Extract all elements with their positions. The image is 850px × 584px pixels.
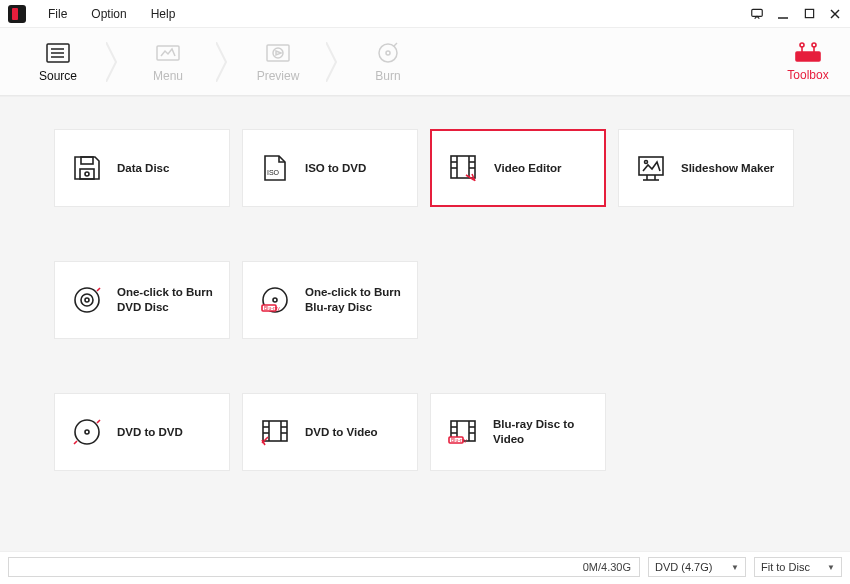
step-label: Menu [153,69,183,83]
card-label: Slideshow Maker [681,161,774,176]
svg-text:ISO: ISO [267,169,280,176]
video-editor-icon [448,153,480,183]
main-area: Data Disc ISO ISO to DVD Video Editor Sl… [0,96,850,552]
card-oneclick-bluray[interactable]: Blu-ray One-click to Burn Blu-ray Disc [242,261,418,339]
svg-point-37 [85,298,89,302]
app-icon [8,5,26,23]
step-label: Preview [257,69,300,83]
tool-grid-row2: One-click to Burn DVD Disc Blu-ray One-c… [54,261,796,339]
card-label: Data Disc [117,161,169,176]
svg-rect-30 [639,157,663,175]
svg-point-12 [379,44,397,62]
card-label: DVD to Video [305,425,378,440]
progress-text: 0M/4.30G [583,561,631,573]
card-bluray-video[interactable]: Blu-ray Blu-ray Disc to Video [430,393,606,471]
burn-icon [374,41,402,65]
step-menu[interactable]: Menu [122,28,214,95]
iso-icon: ISO [259,153,291,183]
svg-point-21 [85,172,89,176]
svg-rect-23 [451,156,475,178]
bluray-video-icon: Blu-ray [447,417,479,447]
toolbox-tab[interactable]: Toolbox [766,28,850,95]
svg-text:Blu-ray: Blu-ray [264,305,280,311]
svg-point-18 [812,43,816,47]
svg-rect-2 [805,9,813,17]
menu-option[interactable]: Option [79,3,138,25]
titlebar: File Option Help [0,0,850,28]
svg-point-36 [81,294,93,306]
step-preview[interactable]: Preview [232,28,324,95]
chevron-icon [324,28,342,95]
select-value: DVD (4.7G) [655,561,712,573]
bottom-bar: 0M/4.30G DVD (4.7G) ▼ Fit to Disc ▼ [0,552,850,582]
step-label: Source [39,69,77,83]
card-label: ISO to DVD [305,161,366,176]
svg-point-16 [800,43,804,47]
svg-point-13 [386,51,390,55]
svg-point-42 [75,420,99,444]
card-label: One-click to Burn DVD Disc [117,285,227,315]
chevron-down-icon: ▼ [827,563,835,572]
card-data-disc[interactable]: Data Disc [54,129,230,207]
card-label: DVD to DVD [117,425,183,440]
svg-point-43 [85,430,89,434]
chevron-icon [214,28,232,95]
tool-grid: Data Disc ISO ISO to DVD Video Editor Sl… [54,129,796,207]
menu-help[interactable]: Help [139,3,188,25]
card-dvd-dvd[interactable]: DVD to DVD [54,393,230,471]
fit-select[interactable]: Fit to Disc ▼ [754,557,842,577]
close-icon[interactable] [828,7,842,21]
disc-copy-icon [71,417,103,447]
disc-icon [71,285,103,315]
preview-icon [264,41,292,65]
toolbox-label: Toolbox [787,68,828,82]
step-label: Burn [375,69,400,83]
svg-point-35 [75,288,99,312]
svg-point-31 [645,161,648,164]
card-dvd-video[interactable]: DVD to Video [242,393,418,471]
chevron-down-icon: ▼ [731,563,739,572]
card-iso-dvd[interactable]: ISO ISO to DVD [242,129,418,207]
card-video-editor[interactable]: Video Editor [430,129,606,207]
select-value: Fit to Disc [761,561,810,573]
feedback-icon[interactable] [750,7,764,21]
step-source[interactable]: Source [12,28,104,95]
card-slideshow[interactable]: Slideshow Maker [618,129,794,207]
menu-step-icon [154,41,182,65]
maximize-icon[interactable] [802,7,816,21]
card-label: Blu-ray Disc to Video [493,417,603,447]
step-burn[interactable]: Burn [342,28,434,95]
menu-bar: File Option Help [36,3,187,25]
svg-point-39 [273,298,277,302]
card-label: One-click to Burn Blu-ray Disc [305,285,415,315]
svg-rect-19 [81,157,93,164]
floppy-icon [71,153,103,183]
steps-bar: Source Menu Preview Burn Toolbox [0,28,850,96]
svg-rect-20 [80,169,94,179]
window-controls [750,7,842,21]
svg-rect-14 [796,52,820,61]
slideshow-icon [635,153,667,183]
tool-grid-row3: DVD to DVD DVD to Video Blu-ray Blu-ray … [54,393,796,471]
menu-file[interactable]: File [36,3,79,25]
source-icon [44,41,72,65]
card-oneclick-dvd[interactable]: One-click to Burn DVD Disc [54,261,230,339]
svg-text:Blu-ray: Blu-ray [451,437,467,443]
minimize-icon[interactable] [776,7,790,21]
card-label: Video Editor [494,161,562,176]
chevron-icon [104,28,122,95]
bluray-disc-icon: Blu-ray [259,285,291,315]
toolbox-icon [793,42,823,64]
progress-bar: 0M/4.30G [8,557,640,577]
disc-type-select[interactable]: DVD (4.7G) ▼ [648,557,746,577]
svg-rect-0 [752,9,763,16]
dvd-video-icon [259,417,291,447]
